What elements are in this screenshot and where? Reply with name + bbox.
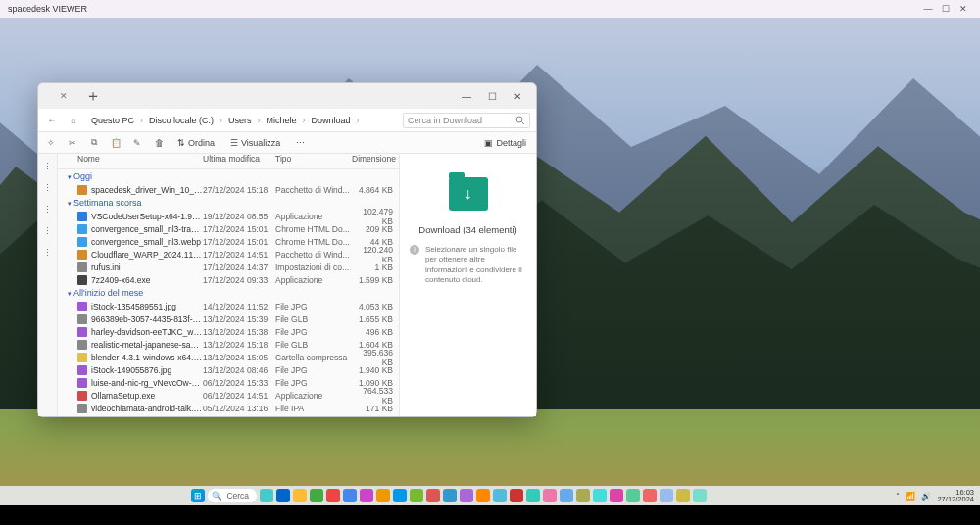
breadcrumb-item[interactable]: Questo PC [87, 114, 138, 127]
delete-button[interactable]: 🗑 [152, 136, 166, 150]
taskbar-app-icon[interactable] [376, 489, 390, 502]
taskbar-app-icon[interactable] [660, 489, 673, 502]
column-headers[interactable]: Nome Ultima modifica Tipo Dimensione [58, 154, 399, 169]
sort-button[interactable]: ⇅ Ordina [173, 136, 219, 150]
file-row[interactable]: Cloudflare_WARP_2024.11.309.0.msi17/12/2… [58, 248, 399, 261]
file-row[interactable]: spacedesk_driver_Win_10_64_v2131.msi27/1… [58, 183, 399, 196]
taskbar-app-icon[interactable] [360, 489, 373, 502]
taskbar-app-icon[interactable] [643, 489, 657, 502]
file-name: harley-davidson-eeTJKC_wz34-unsplash.j..… [91, 327, 203, 337]
file-row[interactable]: 7z2409-x64.exe17/12/2024 09:33Applicazio… [58, 273, 399, 286]
breadcrumb-item[interactable]: Users [224, 114, 256, 127]
desktop[interactable]: ✕ ＋ — ☐ ✕ ← ⌂ Questo PC›Disco locale (C:… [0, 18, 980, 505]
file-row[interactable]: realistic-metal-japanese-samurai-armor..… [58, 338, 399, 351]
breadcrumb-item[interactable]: Download [308, 114, 355, 127]
outer-minimize-button[interactable]: — [919, 4, 937, 14]
taskbar-app-icon[interactable] [560, 489, 573, 502]
tray-volume-icon[interactable]: 🔊 [921, 492, 931, 501]
file-row[interactable]: iStock-149055876.jpg13/12/2024 08:46File… [58, 363, 399, 376]
resize-handle[interactable] [524, 405, 534, 414]
rail-icon[interactable]: ⋮ [43, 183, 52, 193]
file-modified: 13/12/2024 15:39 [203, 314, 275, 324]
taskbar-clock[interactable]: 16:03 27/12/2024 [937, 489, 974, 503]
taskbar-app-icon[interactable] [526, 489, 540, 502]
file-row[interactable]: convergence_small_nl3-transformed.webp17… [58, 222, 399, 235]
file-row[interactable]: 966389eb-3057-4435-813f-002a01a98296...1… [58, 312, 399, 325]
taskbar-app-icon[interactable] [393, 489, 407, 502]
tray-wifi-icon[interactable]: 📶 [906, 492, 915, 501]
file-row[interactable]: luise-and-nic-rg_vNevcOw-unsplash.jpg06/… [58, 376, 399, 389]
breadcrumb-item[interactable]: Disco locale (C:) [145, 114, 218, 127]
copy-button[interactable]: ⧉ [87, 136, 101, 150]
rail-icon[interactable]: ⋮ [43, 226, 52, 236]
taskbar-app-icon[interactable] [326, 489, 340, 502]
outer-close-button[interactable]: ✕ [955, 4, 972, 14]
file-size: 102.479 KB [352, 207, 399, 226]
taskbar-app-icon[interactable] [476, 489, 490, 502]
file-icon [77, 302, 87, 311]
file-row[interactable]: videochiamata-android-talk.ina05/12/2024… [58, 402, 399, 414]
back-button[interactable]: ← [44, 116, 60, 125]
file-group-header[interactable]: Settimana scorsa [58, 196, 399, 210]
window-maximize-button[interactable]: ☐ [479, 91, 505, 102]
rail-icon[interactable]: ⋮ [43, 248, 52, 258]
file-type: Chrome HTML Do... [275, 237, 352, 247]
taskbar-app-icon[interactable] [293, 489, 307, 502]
details-toggle[interactable]: ▣ Dettagli [480, 136, 530, 150]
taskbar-app-icon[interactable] [276, 489, 290, 502]
file-modified: 13/12/2024 15:05 [203, 353, 275, 362]
taskbar-app-icon[interactable] [426, 489, 440, 502]
file-explorer-window[interactable]: ✕ ＋ — ☐ ✕ ← ⌂ Questo PC›Disco locale (C:… [37, 82, 537, 417]
file-group-header[interactable]: Oggi [58, 169, 399, 183]
taskbar-app-icon[interactable] [260, 489, 273, 502]
col-size[interactable]: Dimensione [352, 154, 399, 168]
taskbar-app-icon[interactable] [626, 489, 640, 502]
taskbar-app-icon[interactable] [576, 489, 590, 502]
taskbar-app-icon[interactable] [443, 489, 457, 502]
window-minimize-button[interactable]: — [454, 91, 479, 102]
file-list[interactable]: Oggispacedesk_driver_Win_10_64_v2131.msi… [58, 169, 399, 416]
file-group-header[interactable]: All'inizio del mese [58, 286, 399, 300]
new-button[interactable]: ✧ [44, 136, 58, 150]
view-button[interactable]: ☰ Visualizza [226, 136, 284, 150]
tray-chevron-icon[interactable]: ˄ [896, 492, 900, 501]
outer-maximize-button[interactable]: ☐ [937, 4, 955, 14]
taskbar-app-icon[interactable] [460, 489, 473, 502]
taskbar-app-icon[interactable] [410, 489, 423, 502]
taskbar-app-icon[interactable] [493, 489, 507, 502]
taskbar-app-icon[interactable] [343, 489, 357, 502]
system-tray[interactable]: ˄ 📶 🔊 16:03 27/12/2024 [896, 489, 974, 503]
cut-button[interactable]: ✂ [66, 136, 79, 150]
start-button[interactable]: ⊞ [191, 489, 205, 502]
file-row[interactable]: blender-4.3.1-windows-x64.zip13/12/2024 … [58, 351, 399, 363]
file-row[interactable]: VSCodeUserSetup-x64-1.96.1.exe19/12/2024… [58, 210, 399, 222]
file-row[interactable]: OllamaSetup.exe06/12/2024 14:51Applicazi… [58, 389, 399, 402]
taskbar-app-icon[interactable] [510, 489, 523, 502]
taskbar-app-icon[interactable] [676, 489, 690, 502]
taskbar-app-icon[interactable] [593, 489, 607, 502]
file-row[interactable]: harley-davidson-eeTJKC_wz34-unsplash.j..… [58, 325, 399, 338]
up-button[interactable]: ⌂ [66, 116, 81, 125]
rename-button[interactable]: ✎ [130, 136, 144, 150]
file-row[interactable]: rufus.ini17/12/2024 14:37Impostazioni di… [58, 261, 399, 273]
taskbar-app-icon[interactable] [693, 489, 707, 502]
taskbar-app-icon[interactable] [310, 489, 323, 502]
file-row[interactable]: iStock-1354589551.jpg14/12/2024 11:52Fil… [58, 300, 399, 312]
rail-icon[interactable]: ⋮ [43, 162, 52, 171]
taskbar-search[interactable]: 🔍 Cerca [208, 489, 257, 502]
file-type: File JPG [275, 327, 352, 337]
tab-close-button[interactable]: ✕ [44, 87, 83, 105]
rail-icon[interactable]: ⋮ [43, 205, 52, 215]
search-input[interactable]: Cerca in Download [403, 113, 530, 128]
paste-button[interactable]: 📋 [109, 136, 122, 150]
col-modified[interactable]: Ultima modifica [203, 154, 275, 168]
taskbar-app-icon[interactable] [543, 489, 557, 502]
file-row[interactable]: convergence_small_nl3.webp17/12/2024 15:… [58, 235, 399, 248]
col-name[interactable]: Nome [77, 154, 203, 168]
breadcrumb-item[interactable]: Michele [263, 114, 301, 127]
window-close-button[interactable]: ✕ [505, 91, 530, 102]
taskbar-app-icon[interactable] [610, 489, 623, 502]
more-button[interactable]: ⋯ [292, 136, 309, 150]
col-type[interactable]: Tipo [275, 154, 352, 168]
new-tab-button[interactable]: ＋ [83, 86, 103, 107]
